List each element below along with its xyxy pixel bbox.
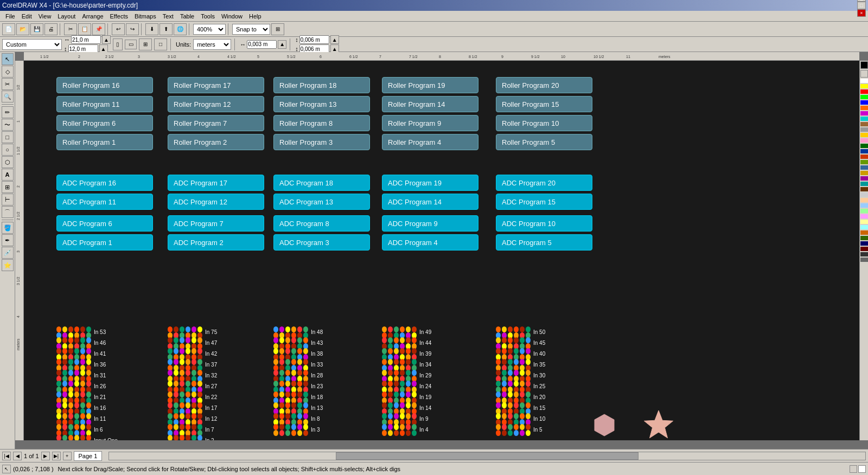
- all-pages-btn[interactable]: ⊞: [139, 38, 152, 50]
- palette-silver[interactable]: [860, 192, 868, 197]
- snap-select[interactable]: Snap to: [232, 24, 270, 35]
- palette-cyan[interactable]: [860, 117, 868, 121]
- adc-program-btn[interactable]: ADC Program 18: [273, 175, 370, 191]
- menu-edit[interactable]: Edit: [18, 12, 35, 21]
- palette-green[interactable]: [860, 95, 868, 99]
- tool-connector[interactable]: ⌒: [2, 206, 14, 218]
- page-add[interactable]: +: [63, 452, 72, 460]
- palette-darkred[interactable]: [860, 155, 868, 159]
- menu-file[interactable]: File: [2, 12, 18, 21]
- units-select[interactable]: meters: [193, 39, 231, 50]
- adc-program-btn[interactable]: ADC Program 3: [273, 234, 370, 251]
- undo-button[interactable]: ↩: [112, 23, 125, 35]
- roller-program-btn[interactable]: Roller Program 3: [273, 134, 370, 150]
- adc-program-btn[interactable]: ADC Program 9: [382, 215, 478, 232]
- palette-lightyellow[interactable]: [860, 220, 868, 224]
- adc-program-btn[interactable]: ADC Program 12: [168, 194, 264, 210]
- zoom-select[interactable]: 400% 200% 100%: [193, 24, 226, 35]
- export-button[interactable]: ⬆: [159, 23, 173, 35]
- palette-red[interactable]: [860, 89, 868, 94]
- roller-program-btn[interactable]: Roller Program 19: [382, 77, 478, 93]
- tool-crop[interactable]: ✂: [2, 78, 14, 90]
- hscroll-thumb[interactable]: [336, 452, 638, 460]
- adc-program-btn[interactable]: ADC Program 20: [496, 175, 592, 191]
- menu-window[interactable]: Window: [218, 12, 246, 21]
- hexagon-shape[interactable]: [593, 413, 615, 437]
- hscrollbar[interactable]: [108, 452, 866, 460]
- roller-program-btn[interactable]: Roller Program 7: [168, 115, 264, 131]
- palette-forest[interactable]: [860, 236, 868, 240]
- tool-rect[interactable]: □: [2, 131, 14, 143]
- adc-program-btn[interactable]: ADC Program 15: [496, 194, 592, 210]
- menu-table[interactable]: Table: [177, 12, 197, 21]
- adc-program-btn[interactable]: ADC Program 4: [382, 234, 478, 251]
- roller-program-btn[interactable]: Roller Program 16: [56, 77, 153, 93]
- tool-select[interactable]: ↖: [2, 53, 14, 65]
- roller-program-btn[interactable]: Roller Program 12: [168, 96, 264, 112]
- palette-teal[interactable]: [860, 182, 868, 186]
- snap-btn[interactable]: ⊞: [271, 23, 284, 35]
- adc-program-btn[interactable]: ADC Program 14: [382, 194, 478, 210]
- page-prev[interactable]: ◀: [13, 452, 22, 460]
- roller-program-btn[interactable]: Roller Program 9: [382, 115, 478, 131]
- tool-outline[interactable]: ✒: [2, 234, 14, 246]
- palette-navy[interactable]: [860, 241, 868, 246]
- palette-steel[interactable]: [860, 165, 868, 170]
- roller-program-btn[interactable]: Roller Program 15: [496, 96, 592, 112]
- menu-tools[interactable]: Tools: [197, 12, 218, 21]
- roller-program-btn[interactable]: Roller Program 17: [168, 77, 264, 93]
- roller-program-btn[interactable]: Roller Program 5: [496, 134, 592, 150]
- nudge1-input[interactable]: [247, 40, 277, 49]
- page-last[interactable]: ▶|: [52, 452, 61, 460]
- palette-darkgray[interactable]: [860, 252, 868, 256]
- tool-eyedropper[interactable]: 💉: [2, 247, 14, 259]
- nudge1-up[interactable]: ▲: [278, 40, 286, 49]
- import-button[interactable]: ⬇: [145, 23, 158, 35]
- roller-program-btn[interactable]: Roller Program 13: [273, 96, 370, 112]
- adc-program-btn[interactable]: ADC Program 2: [168, 234, 264, 251]
- tool-fill[interactable]: 🪣: [2, 222, 14, 234]
- palette-peach[interactable]: [860, 198, 868, 202]
- adc-program-btn[interactable]: ADC Program 19: [382, 175, 478, 191]
- page-tab[interactable]: Page 1: [74, 451, 103, 461]
- roller-program-btn[interactable]: Roller Program 8: [273, 115, 370, 131]
- palette-gold[interactable]: [860, 133, 868, 137]
- save-button[interactable]: 💾: [30, 23, 43, 35]
- star-shape[interactable]: [642, 410, 675, 440]
- palette-pink[interactable]: [860, 138, 868, 143]
- palette-transparent[interactable]: [860, 70, 868, 78]
- cut-button[interactable]: ✂: [64, 23, 77, 35]
- preset-select[interactable]: Custom: [2, 39, 62, 50]
- tool-ellipse[interactable]: ○: [2, 144, 14, 156]
- tool-table[interactable]: ⊞: [2, 181, 14, 193]
- menu-bitmaps[interactable]: Bitmaps: [131, 12, 159, 21]
- tool-smartdraw[interactable]: 〜: [2, 119, 14, 131]
- palette-black[interactable]: [860, 61, 868, 69]
- adc-program-btn[interactable]: ADC Program 7: [168, 215, 264, 232]
- print-button[interactable]: 🖨: [44, 23, 58, 35]
- page-first[interactable]: |◀: [2, 452, 11, 460]
- palette-lime[interactable]: [860, 160, 868, 164]
- canvas-container[interactable]: 1 1/2 2 2 1/2 3 3 1/2 4 4 1/2 5 5 1/2 6 …: [15, 52, 868, 449]
- palette-blue[interactable]: [860, 100, 868, 105]
- adc-program-btn[interactable]: ADC Program 16: [56, 175, 153, 191]
- palette-orange[interactable]: [860, 106, 868, 110]
- maximize-button[interactable]: □: [857, 2, 866, 9]
- adc-program-btn[interactable]: ADC Program 11: [56, 194, 153, 210]
- roller-program-btn[interactable]: Roller Program 14: [382, 96, 478, 112]
- roller-program-btn[interactable]: Roller Program 11: [56, 96, 153, 112]
- roller-program-btn[interactable]: Roller Program 4: [382, 134, 478, 150]
- palette-magenta[interactable]: [860, 176, 868, 181]
- open-button[interactable]: 📂: [16, 23, 29, 35]
- roller-program-btn[interactable]: Roller Program 20: [496, 77, 592, 93]
- adc-program-btn[interactable]: ADC Program 17: [168, 175, 264, 191]
- palette-medgray[interactable]: [860, 258, 868, 262]
- redo-button[interactable]: ↪: [126, 23, 139, 35]
- roller-program-btn[interactable]: Roller Program 18: [273, 77, 370, 93]
- nudge2-input[interactable]: [299, 35, 329, 44]
- width-input[interactable]: [71, 35, 101, 44]
- publish-button[interactable]: 🌐: [174, 23, 187, 35]
- palette-darkblue[interactable]: [860, 149, 868, 153]
- palette-lavender[interactable]: [860, 214, 868, 219]
- roller-program-btn[interactable]: Roller Program 6: [56, 115, 153, 131]
